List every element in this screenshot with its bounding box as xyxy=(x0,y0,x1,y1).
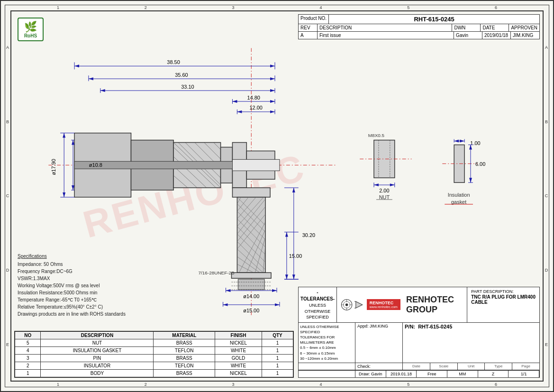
p1-finish: NICKEL xyxy=(215,370,262,377)
part-desc-value: TNC R/A PLUG FOR LMR400 CABLE xyxy=(471,294,548,305)
renhotec-logo-text: RENHOTEC xyxy=(370,301,398,305)
tol-detail-cell: UNLESS OTHERWISE SPECIFIED TOLERANCES FO… xyxy=(299,323,355,363)
p4-no: 4 xyxy=(15,347,41,355)
p3-desc: PIN xyxy=(41,355,154,362)
svg-rect-47 xyxy=(238,279,264,290)
svg-marker-136 xyxy=(454,140,459,143)
scale-val-cell: Free xyxy=(417,371,447,377)
svg-text:30.20: 30.20 xyxy=(302,232,315,238)
svg-marker-143 xyxy=(469,178,472,182)
p4-mat: TEFLON xyxy=(154,347,215,355)
p5-finish: NICKEL xyxy=(215,339,262,347)
p5-qty: 1 xyxy=(262,339,293,347)
parts-row-1: 1 BODY BRASS NICKEL 1 xyxy=(15,370,293,377)
appd-cell: Appd: JIM.KING xyxy=(355,323,403,363)
type-label: Type xyxy=(487,364,510,368)
specs-block: Specifications Impedance: 50 Ohms Freque… xyxy=(18,253,126,318)
type-val-cell: Z xyxy=(478,371,509,377)
tol-d1: UNLESS OTHERWISE SPECIFIED xyxy=(300,324,354,335)
draw-row: Draw: Gavin 2019.01.18 Free MM Z 1/1 xyxy=(299,370,539,377)
svg-text:NUT: NUT xyxy=(379,194,390,200)
svg-marker-73 xyxy=(270,100,275,103)
col-no: NO xyxy=(15,332,41,339)
tol-d3: 0.5 ~ 6mm ± 0.10mm xyxy=(300,345,354,350)
parts-row-3: 3 PIN BRASS GOLD 1 xyxy=(15,355,293,362)
p4-qty: 1 xyxy=(262,347,293,355)
p3-no: 3 xyxy=(15,355,41,362)
renhotec-logo-box: RENHOTEC www.renhotec.com xyxy=(367,299,400,310)
p1-no: 1 xyxy=(15,370,41,377)
parts-table: NO DESCRIPTION MATERIAL FINISH QTY 5 NUT… xyxy=(14,331,294,378)
p3-finish: GOLD xyxy=(215,355,262,362)
p2-qty: 1 xyxy=(262,362,293,370)
unit-label: Unit xyxy=(460,364,483,368)
spec-7: Relative Temperature:≤95%(40° C±2° C) xyxy=(18,303,126,310)
svg-text:35.60: 35.60 xyxy=(175,72,188,78)
p4-finish: WHITE xyxy=(215,347,262,355)
svg-marker-116 xyxy=(275,303,280,306)
svg-marker-96 xyxy=(292,188,295,192)
svg-rect-45 xyxy=(231,273,271,278)
svg-marker-109 xyxy=(226,289,231,292)
unit-info-cell: Unit xyxy=(458,363,485,370)
tol-title: -TOLERANCES- xyxy=(300,289,335,302)
appd-value: JIM.KING xyxy=(370,324,388,328)
svg-marker-97 xyxy=(292,274,295,279)
svg-marker-61 xyxy=(270,77,275,80)
svg-point-150 xyxy=(345,303,348,306)
tol-d2: TOLERANCES FOR MILLIMETERS ARE xyxy=(300,335,354,345)
tol-d4: 6 ~ 30mm ± 0.15mm xyxy=(300,351,354,356)
svg-marker-55 xyxy=(270,64,275,67)
svg-marker-79 xyxy=(270,110,275,113)
spec-5: Insulation Resistance:5000 Ohms min xyxy=(18,289,126,296)
spec-2: Frequency Range:DC~6G xyxy=(18,268,126,275)
svg-marker-102 xyxy=(285,232,288,237)
p5-mat: BRASS xyxy=(154,339,215,347)
renhotec-url: www.renhotec.com xyxy=(370,305,398,309)
svg-text:6.00: 6.00 xyxy=(475,161,485,167)
check-cell: Check: xyxy=(355,363,403,370)
svg-marker-91 xyxy=(72,185,74,190)
svg-marker-155 xyxy=(356,301,363,308)
part-desc-cell: PART DESCRIPTION: TNC R/A PLUG FOR LMR40… xyxy=(467,287,552,322)
parts-row-5: 5 NUT BRASS NICKEL 1 xyxy=(15,339,293,347)
unit-val-cell: MM xyxy=(447,371,478,377)
specs-title: Specifications xyxy=(18,253,126,260)
svg-marker-84 xyxy=(63,133,65,138)
svg-text:ø17.90: ø17.90 xyxy=(51,159,56,175)
svg-marker-67 xyxy=(270,89,275,92)
parts-row-4: 4 INSULATION GASKET TEFLON WHITE 1 xyxy=(15,347,293,355)
date-val-cell: 2019.01.18 xyxy=(386,371,417,377)
renhotec-full-name: RENHOTEC GROUP xyxy=(406,295,463,315)
col-finish: FINISH xyxy=(215,332,262,339)
svg-marker-90 xyxy=(72,140,74,145)
tolerances-cell: -TOLERANCES- UNLESS OTHERWISE SPECIFIED xyxy=(299,287,337,322)
svg-marker-66 xyxy=(100,89,105,92)
draw-name-cell: Draw: Gavin xyxy=(355,371,386,377)
svg-text:12.00: 12.00 xyxy=(250,105,263,110)
col-qty: QTY xyxy=(262,332,293,339)
scale-label: Scale xyxy=(432,364,455,368)
connector-icon xyxy=(354,296,364,313)
svg-text:ø10.8: ø10.8 xyxy=(89,162,102,168)
svg-text:ø14.00: ø14.00 xyxy=(243,293,259,299)
svg-rect-21 xyxy=(232,188,270,197)
renhotec-cell: RENHOTEC www.renhotec.com RENHOTEC GROUP xyxy=(337,287,467,322)
part-desc-label: PART DESCRIPTION: xyxy=(471,289,548,294)
p1-desc: BODY xyxy=(41,370,154,377)
p5-desc: NUT xyxy=(41,339,154,347)
svg-text:2.00: 2.00 xyxy=(379,188,389,193)
p2-finish: WHITE xyxy=(215,362,262,370)
svg-text:33.10: 33.10 xyxy=(181,84,194,90)
empty-draw-cell xyxy=(299,371,355,377)
svg-marker-115 xyxy=(223,303,228,306)
svg-marker-127 xyxy=(390,183,395,186)
svg-marker-103 xyxy=(285,274,288,279)
tol-d5: 30 ~120mm ± 0.20mm xyxy=(300,356,354,361)
p1-qty: 1 xyxy=(262,370,293,377)
pn-label: P/N: xyxy=(405,324,415,329)
svg-marker-126 xyxy=(374,183,379,186)
target-icon xyxy=(341,296,353,313)
spec-4: Working Voltage:500V rms @ sea level xyxy=(18,282,126,289)
svg-marker-110 xyxy=(272,289,277,292)
